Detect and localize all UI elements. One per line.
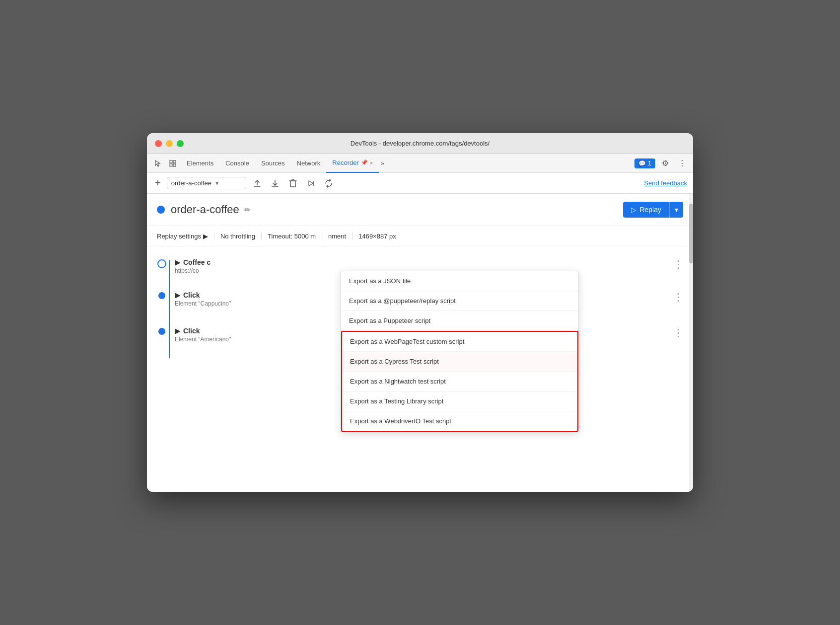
step-more-click1[interactable]: ⋮ [673, 291, 683, 303]
replay-label: Replay [639, 206, 661, 214]
settings-divider-4 [352, 232, 352, 240]
settings-section: Replay settings ▶ No throttling Timeout:… [147, 226, 693, 246]
settings-divider [214, 232, 214, 240]
timeout-label: Timeout: 5000 m [268, 233, 316, 240]
throttling-label: No throttling [220, 233, 255, 240]
settings-title[interactable]: Replay settings ▶ [157, 233, 208, 240]
download-button[interactable] [268, 176, 282, 190]
export-testing-library-item[interactable]: Export as a Testing Library script [342, 391, 577, 411]
step-title-navigate: Coffee c [183, 258, 210, 266]
more-tabs-icon[interactable]: » [379, 160, 386, 167]
recording-header: order-a-coffee ✏ ▷ Replay ▾ [147, 194, 693, 226]
step-title-click2: Click [183, 327, 200, 335]
settings-divider-3 [322, 232, 322, 240]
settings-icon[interactable]: ⚙ [658, 156, 672, 170]
add-recording-button[interactable]: + [153, 177, 163, 189]
delete-button[interactable] [286, 176, 300, 190]
scrollbar-track [689, 194, 693, 492]
edit-recording-icon[interactable]: ✏ [244, 205, 251, 215]
play-icon: ▷ [631, 206, 636, 214]
recorder-toolbar: + order-a-coffee ▾ [147, 173, 693, 194]
tab-network[interactable]: Network [291, 154, 327, 173]
devtools-tabbar: Elements Console Sources Network Recorde… [147, 154, 693, 173]
titlebar: DevTools - developer.chrome.com/tags/dev… [147, 133, 693, 154]
settings-divider-2 [261, 232, 262, 240]
inspect-icon[interactable] [166, 156, 180, 170]
dropdown-highlight-group: Export as a WebPageTest custom script Ex… [341, 331, 578, 432]
close-button[interactable] [155, 140, 162, 147]
step-expand-icon-3[interactable]: ▶ [175, 327, 180, 335]
window-title: DevTools - developer.chrome.com/tags/dev… [350, 140, 490, 147]
tab-recorder[interactable]: Recorder 📌 × [326, 154, 379, 173]
export-nightwatch-item[interactable]: Export as a Nightwatch test script [342, 372, 577, 391]
recording-selector-text: order-a-coffee [171, 179, 211, 187]
settings-arrow-icon: ▶ [203, 233, 208, 240]
tab-elements[interactable]: Elements [181, 154, 219, 173]
recorder-close-icon[interactable]: × [370, 160, 373, 166]
step-expand-icon-2[interactable]: ▶ [175, 291, 180, 299]
tab-console[interactable]: Console [219, 154, 255, 173]
svg-rect-1 [173, 160, 176, 163]
replay-dropdown-button[interactable]: ▾ [669, 202, 683, 218]
feedback-badge[interactable]: 💬 1 [634, 158, 655, 168]
recording-title: order-a-coffee [171, 203, 239, 216]
devtools-window: DevTools - developer.chrome.com/tags/dev… [147, 133, 693, 492]
pointer-icon[interactable] [151, 156, 165, 170]
step-node-click2 [158, 328, 165, 335]
export-webpagetest-item[interactable]: Export as a WebPageTest custom script [342, 332, 577, 352]
export-json-item[interactable]: Export as a JSON file [341, 271, 578, 291]
replay-loop-button[interactable] [322, 176, 336, 190]
step-more-click2[interactable]: ⋮ [673, 327, 683, 339]
step-node-navigate [157, 259, 166, 268]
traffic-lights [155, 140, 184, 147]
more-options-icon[interactable]: ⋮ [675, 156, 689, 170]
replay-button-group: ▷ Replay ▾ [623, 202, 683, 218]
step-expand-icon[interactable]: ▶ [175, 258, 180, 266]
export-puppeteer-replay-item[interactable]: Export as a @puppeteer/replay script [341, 291, 578, 311]
chevron-down-icon: ▾ [215, 179, 219, 187]
tab-sources[interactable]: Sources [255, 154, 291, 173]
upload-button[interactable] [250, 176, 264, 190]
recording-selector[interactable]: order-a-coffee ▾ [167, 177, 246, 189]
step-more-navigate[interactable]: ⋮ [673, 258, 683, 270]
export-dropdown: Export as a JSON file Export as a @puppe… [341, 271, 579, 432]
replay-button[interactable]: ▷ Replay [623, 202, 669, 218]
export-webdriverio-item[interactable]: Export as a WebdriverIO Test script [342, 411, 577, 431]
dimensions-label: 1469×887 px [358, 233, 396, 240]
main-content: order-a-coffee ✏ ▷ Replay ▾ Replay setti… [147, 194, 693, 492]
environment-label: nment [328, 233, 346, 240]
maximize-button[interactable] [177, 140, 184, 147]
svg-rect-3 [173, 164, 176, 166]
export-puppeteer-item[interactable]: Export as a Puppeteer script [341, 311, 578, 331]
step-node-click1 [158, 292, 165, 299]
svg-rect-2 [170, 164, 172, 166]
minimize-button[interactable] [166, 140, 173, 147]
send-feedback-link[interactable]: Send feedback [644, 179, 687, 187]
tab-actions: 💬 1 ⚙ ⋮ [634, 156, 689, 170]
step-play-button[interactable] [304, 176, 318, 190]
step-title-click1: Click [183, 291, 200, 299]
recording-status-dot [157, 206, 165, 214]
export-cypress-item[interactable]: Export as a Cypress Test script [342, 352, 577, 372]
scrollbar-thumb[interactable] [689, 204, 693, 263]
svg-rect-0 [170, 160, 172, 163]
recorder-pin-icon: 📌 [361, 159, 368, 166]
